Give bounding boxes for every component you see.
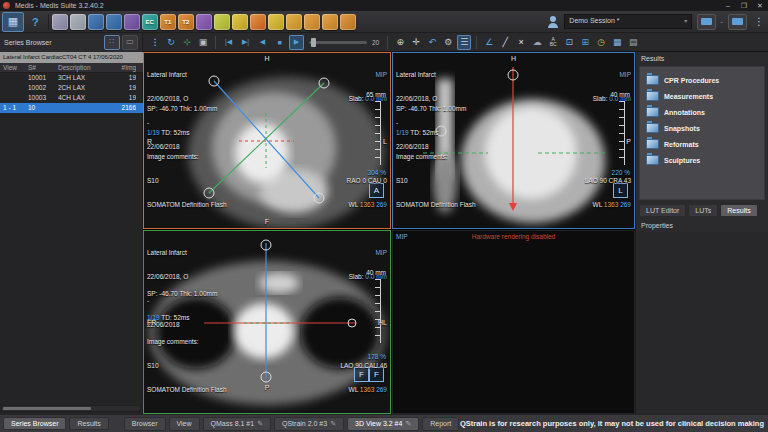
zoom-tool-icon[interactable]: ⊕ bbox=[393, 35, 407, 50]
series-cell bbox=[0, 73, 28, 83]
screen-layout-icon[interactable]: ▣ bbox=[196, 35, 210, 50]
cine-speed-slider[interactable]: 20 bbox=[309, 39, 379, 46]
series-row[interactable]: 100013CH LAX19 bbox=[0, 73, 143, 83]
edit-tab-icon[interactable]: ✎ bbox=[257, 420, 263, 427]
app-icon-9[interactable] bbox=[196, 14, 212, 30]
text-annotation-icon[interactable]: A BC bbox=[546, 35, 560, 50]
app-icon-1[interactable] bbox=[52, 14, 68, 30]
overflow-menu-icon[interactable]: ⋮ bbox=[754, 16, 764, 27]
results-tree: CPR ProceduresMeasurementsAnnotationsSna… bbox=[639, 66, 765, 200]
viewport-3d[interactable]: MIP Hardware rendering disabled bbox=[392, 230, 635, 414]
tab-report[interactable]: Report bbox=[422, 417, 459, 431]
clipboard-copy-icon[interactable]: ▤ bbox=[626, 35, 640, 50]
results-tree-item[interactable]: Measurements bbox=[640, 88, 764, 104]
crosshair-icon[interactable]: ⊹ bbox=[180, 35, 194, 50]
tab-results[interactable]: Results bbox=[69, 417, 108, 430]
app-icon-17[interactable] bbox=[340, 14, 356, 30]
edit-tab-icon[interactable]: ✎ bbox=[405, 420, 411, 427]
grid-view-button[interactable]: ∷ bbox=[104, 35, 120, 50]
go-first-button[interactable]: |◀ bbox=[221, 35, 236, 50]
edit-tab-icon[interactable]: ✎ bbox=[330, 420, 336, 427]
session-select[interactable]: Demo Session * ▾ bbox=[564, 14, 692, 29]
series-browser-panel: Lateral Infarct CardiacCT04 CT 4 17/06/2… bbox=[0, 52, 143, 414]
series-cell: 10003 bbox=[28, 93, 58, 103]
slider-thumb[interactable] bbox=[311, 38, 316, 47]
orientation-marker-top: H bbox=[511, 55, 516, 62]
main-toolbar: ▦ ? ECT1T2 Demo Session * ▾ - ⋮ bbox=[0, 11, 768, 33]
play-backward-button[interactable]: ◀ bbox=[255, 35, 270, 50]
app-icon-7[interactable]: T1 bbox=[160, 14, 176, 30]
pan-tool-icon[interactable]: ✛ bbox=[409, 35, 423, 50]
tab-qmass-8-1-1[interactable]: QMass 8.1 #1✎ bbox=[203, 417, 271, 431]
study-tab[interactable]: Lateral Infarct CardiacCT04 CT 4 17/06/2… bbox=[0, 52, 143, 63]
layout-grid-icon[interactable]: ⊞ bbox=[578, 35, 592, 50]
minimize-button[interactable]: – bbox=[720, 0, 736, 11]
app-icon-12[interactable] bbox=[250, 14, 266, 30]
snapshot-camera-icon[interactable]: ⊡ bbox=[562, 35, 576, 50]
angle-measurement-icon[interactable]: ∠ bbox=[482, 35, 496, 50]
tab-3d-view-3-2-4[interactable]: 3D View 3.2 #4✎ bbox=[347, 417, 419, 431]
tab-qstrain-2-0-3[interactable]: QStrain 2.0 #3✎ bbox=[274, 417, 344, 431]
kebab-menu-icon[interactable]: ⋮ bbox=[148, 35, 162, 50]
series-row[interactable]: 100022CH LAX19 bbox=[0, 83, 143, 93]
app-icon-8[interactable]: T2 bbox=[178, 14, 194, 30]
tab-series-browser[interactable]: Series Browser bbox=[3, 417, 66, 430]
column-description[interactable]: Description bbox=[58, 63, 110, 72]
tab-view[interactable]: View bbox=[169, 417, 200, 431]
column-img-count[interactable]: #Img bbox=[110, 63, 136, 72]
play-button[interactable]: ▶ bbox=[289, 35, 304, 50]
slider-track[interactable] bbox=[309, 41, 367, 44]
results-tree-item[interactable]: Reformats bbox=[640, 136, 764, 152]
layout-single-screen-button[interactable] bbox=[697, 14, 716, 30]
viewport-sagittal[interactable]: Lateral Infarct 22/06/2018, O - 22/06/20… bbox=[392, 52, 635, 229]
tab-lut-editor[interactable]: LUT Editor bbox=[639, 204, 686, 217]
layout-dual-screen-button[interactable] bbox=[728, 14, 747, 30]
app-icon-11[interactable] bbox=[232, 14, 248, 30]
go-last-button[interactable]: ▶| bbox=[238, 35, 253, 50]
help-button[interactable]: ? bbox=[32, 16, 39, 28]
scale-ruler bbox=[619, 101, 625, 165]
rendering-options-icon[interactable]: ☰ bbox=[457, 35, 471, 50]
window-level-settings-icon[interactable]: ⚙ bbox=[441, 35, 455, 50]
list-view-button[interactable]: ▭ bbox=[122, 35, 138, 50]
horizontal-scrollbar[interactable] bbox=[1, 405, 141, 412]
sculpt-tool-icon[interactable]: ☁ bbox=[530, 35, 544, 50]
maximize-button[interactable]: ❐ bbox=[736, 0, 752, 11]
orientation-compass-icon[interactable]: ◷ bbox=[594, 35, 608, 50]
line-measurement-icon[interactable]: ╱ bbox=[498, 35, 512, 50]
app-icon-3[interactable] bbox=[88, 14, 104, 30]
app-icon-6[interactable]: EC bbox=[142, 14, 158, 30]
app-icon-16[interactable] bbox=[322, 14, 338, 30]
close-button[interactable]: ✕ bbox=[752, 0, 768, 11]
column-view[interactable]: View bbox=[0, 63, 28, 72]
reset-view-icon[interactable]: ↻ bbox=[164, 35, 178, 50]
scrollbar-thumb[interactable] bbox=[3, 407, 91, 410]
app-icon-4[interactable] bbox=[106, 14, 122, 30]
app-icon-13[interactable] bbox=[268, 14, 284, 30]
viewport-axial[interactable]: Lateral Infarct 22/06/2018, O - 22/06/20… bbox=[143, 230, 391, 414]
image-export-icon[interactable]: ▦ bbox=[610, 35, 624, 50]
series-cell: 3CH LAX bbox=[58, 73, 110, 83]
results-tree-item[interactable]: Snapshots bbox=[640, 120, 764, 136]
app-icon-10[interactable] bbox=[214, 14, 230, 30]
results-tree-item[interactable]: Sculptures bbox=[640, 152, 764, 168]
app-icon-15[interactable] bbox=[304, 14, 320, 30]
session-value: Demo Session * bbox=[569, 15, 619, 28]
series-row[interactable]: 100034CH LAX19 bbox=[0, 93, 143, 103]
tab-browser[interactable]: Browser bbox=[124, 417, 166, 431]
viewport-oblique[interactable]: Lateral Infarct 22/06/2018, O - 22/06/20… bbox=[143, 52, 391, 229]
tab-results[interactable]: Results bbox=[720, 204, 757, 217]
column-series-number[interactable]: S# bbox=[28, 63, 58, 72]
delete-annotation-icon[interactable]: × bbox=[514, 35, 528, 50]
stop-button[interactable]: ■ bbox=[272, 35, 287, 50]
orientation-marker-right: HL bbox=[378, 319, 387, 326]
results-tree-item[interactable]: Annotations bbox=[640, 104, 764, 120]
app-icon-5[interactable] bbox=[124, 14, 140, 30]
app-icon-2[interactable] bbox=[70, 14, 86, 30]
series-row[interactable]: 1 - 1102166 bbox=[0, 103, 143, 113]
results-tree-item[interactable]: CPR Procedures bbox=[640, 72, 764, 88]
tab-luts[interactable]: LUTs bbox=[688, 204, 718, 217]
app-icon-14[interactable] bbox=[286, 14, 302, 30]
apps-menu-button[interactable]: ▦ bbox=[2, 12, 24, 32]
rotate-tool-icon[interactable]: ↶ bbox=[425, 35, 439, 50]
